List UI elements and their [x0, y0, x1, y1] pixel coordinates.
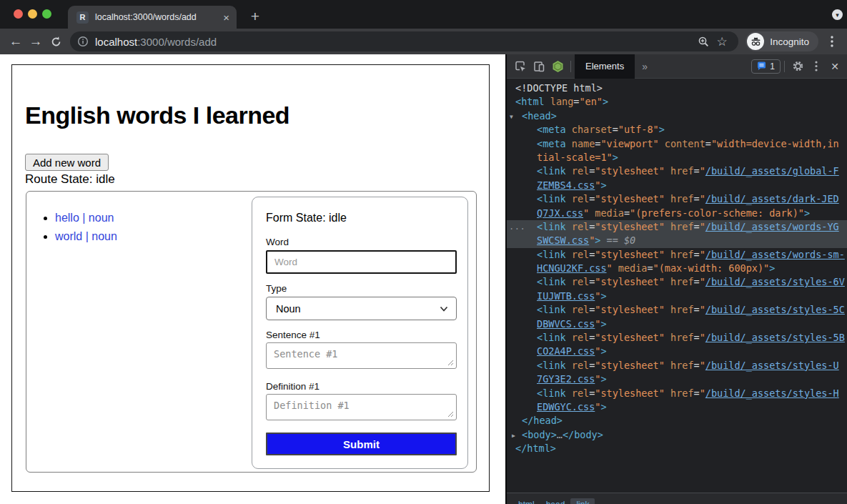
dom-tree-node[interactable]: <link rel="stylesheet" href="/build/_ass…	[507, 164, 847, 178]
zoom-page-icon[interactable]	[694, 32, 713, 51]
expanded-arrow-icon[interactable]: ▼	[510, 110, 513, 123]
syntax-token	[665, 360, 670, 371]
syntax-token: "stylesheet"	[595, 387, 665, 399]
syntax-token: IUJWTB.css	[537, 290, 595, 302]
add-new-word-button[interactable]: Add new word	[25, 154, 109, 171]
syntax-token	[566, 304, 572, 315]
dom-tree-node[interactable]: <link rel="stylesheet" href="/build/_ass…	[507, 248, 847, 262]
dom-tree-node[interactable]: ▶<body>…</body>	[507, 428, 847, 442]
syntax-token: >	[613, 152, 618, 163]
breadcrumb-item-head[interactable]: head	[540, 498, 571, 504]
type-select[interactable]: Noun	[266, 297, 457, 320]
syntax-token: href	[670, 193, 694, 204]
syntax-token: >	[600, 318, 606, 330]
syntax-token: >	[804, 207, 810, 219]
chevron-down-icon	[440, 305, 448, 312]
syntax-token: </body>	[563, 429, 603, 440]
browser-menu-icon[interactable]	[823, 32, 841, 51]
new-tab-button[interactable]: +	[246, 7, 264, 26]
word-link[interactable]: hello | noun	[55, 212, 114, 224]
maximize-window-button[interactable]	[42, 9, 51, 19]
node-devtools-icon[interactable]	[548, 57, 567, 76]
dom-tree-node[interactable]: <link rel="stylesheet" href="/build/_ass…	[507, 387, 847, 400]
submit-button[interactable]: Submit	[266, 433, 457, 455]
device-glyph	[533, 60, 545, 73]
syntax-token: <body>	[522, 429, 557, 440]
reload-icon[interactable]	[46, 31, 66, 51]
browser-tab[interactable]: R localhost:3000/words/add ×	[68, 6, 237, 29]
syntax-token: href	[670, 360, 694, 371]
device-toolbar-icon[interactable]	[530, 57, 548, 76]
dom-tree-node[interactable]: ...<link rel="stylesheet" href="/build/_…	[507, 220, 847, 234]
syntax-token: rel	[572, 249, 589, 260]
syntax-token: href	[670, 165, 694, 177]
url-text[interactable]: localhost:3000/words/add	[95, 36, 217, 48]
dom-tree-node[interactable]: 7GY3E2.css">	[507, 372, 847, 386]
dom-tree-node[interactable]: <!DOCTYPE html>	[507, 81, 847, 95]
url-host: localhost	[95, 36, 137, 48]
dom-tree-node[interactable]: <link rel="stylesheet" href="/build/_ass…	[507, 359, 847, 372]
sentence-textarea[interactable]	[266, 342, 457, 369]
dom-tree-node[interactable]: EDWGYC.css">	[507, 400, 847, 414]
inspect-element-icon[interactable]	[511, 57, 530, 76]
dom-tree-node[interactable]: DBWVCS.css">	[507, 317, 847, 331]
dom-tree-node[interactable]: <link rel="stylesheet" href="/build/_ass…	[507, 303, 847, 317]
syntax-token	[659, 138, 665, 149]
bookmark-star-icon[interactable]: ☆	[713, 32, 731, 51]
dom-tree-node[interactable]: ▼<head>	[507, 109, 847, 123]
node-gutter-dots[interactable]: ...	[509, 220, 525, 234]
dom-tree-node[interactable]: Q7JX.css" media="(prefers-color-scheme: …	[507, 207, 847, 220]
definition-textarea[interactable]	[266, 394, 457, 420]
dom-tree-node[interactable]: </head>	[507, 414, 847, 428]
syntax-token: <link	[537, 165, 566, 177]
syntax-token: >	[603, 96, 608, 107]
syntax-token	[665, 165, 670, 177]
dom-tree-node[interactable]: SWCSW.css"> == $0	[507, 234, 847, 247]
page-info-icon[interactable]	[77, 36, 89, 47]
breadcrumb-item-html[interactable]: html	[512, 498, 540, 504]
syntax-token: /build/_assets/styles-5B	[705, 332, 845, 343]
route-state-text: Route State: idle	[25, 172, 115, 187]
dom-tree-node[interactable]: ZEMBS4.css">	[507, 179, 847, 192]
syntax-token: href	[670, 276, 694, 287]
toolbar-separator	[570, 61, 571, 72]
tab-close-icon[interactable]: ×	[223, 12, 229, 23]
dom-tree-node[interactable]: <link rel="stylesheet" href="/build/_ass…	[507, 331, 847, 345]
address-bar[interactable]: localhost:3000/words/add ☆	[70, 31, 738, 51]
devtools-menu-icon[interactable]	[807, 57, 826, 76]
issues-counter[interactable]: 1	[751, 59, 781, 74]
syntax-token	[665, 276, 670, 287]
syntax-token: rel	[572, 276, 589, 287]
minimize-window-button[interactable]	[28, 9, 37, 19]
collapsed-arrow-icon[interactable]: ▶	[512, 429, 515, 442]
dom-tree-node[interactable]: <html lang="en">	[507, 95, 847, 109]
dom-tree-node[interactable]: <link rel="stylesheet" href="/build/_ass…	[507, 275, 847, 289]
syntax-token: "	[583, 207, 589, 219]
syntax-token: ==	[600, 234, 624, 246]
word-link[interactable]: world | noun	[55, 230, 117, 242]
dom-tree-node[interactable]: </html>	[507, 442, 847, 455]
syntax-token: =	[705, 138, 711, 149]
close-window-button[interactable]	[14, 9, 23, 19]
dom-tree-node[interactable]: IUJWTB.css">	[507, 290, 847, 303]
tab-search-button[interactable]: ▾	[832, 9, 843, 20]
tab-elements[interactable]: Elements	[575, 54, 635, 79]
more-tabs-icon[interactable]: »	[642, 61, 648, 72]
dom-tree-node[interactable]: <link rel="stylesheet" href="/build/_ass…	[507, 192, 847, 206]
type-label: Type	[266, 283, 287, 294]
dom-tree-node[interactable]: tial-scale=1">	[507, 151, 847, 164]
devtools-settings-icon[interactable]	[788, 57, 807, 76]
dom-tree-node[interactable]: CO2A4P.css">	[507, 345, 847, 358]
syntax-token	[665, 249, 670, 260]
devtools-close-icon[interactable]: ✕	[826, 57, 844, 76]
dom-tree-node[interactable]: HCNGU2KF.css" media="(max-width: 600px)"…	[507, 262, 847, 275]
dom-tree-node[interactable]: <meta charset="utf-8">	[507, 123, 847, 137]
breadcrumb-item-link[interactable]: link	[570, 498, 595, 504]
word-input[interactable]	[266, 250, 457, 274]
syntax-token: /build/_assets/styles-U	[705, 360, 839, 371]
syntax-token: <link	[537, 360, 566, 371]
dom-tree-node[interactable]: <meta name="viewport" content="width=dev…	[507, 137, 847, 151]
back-icon[interactable]: ←	[6, 31, 26, 51]
syntax-token: >	[600, 179, 606, 191]
forward-icon[interactable]: →	[26, 31, 46, 51]
